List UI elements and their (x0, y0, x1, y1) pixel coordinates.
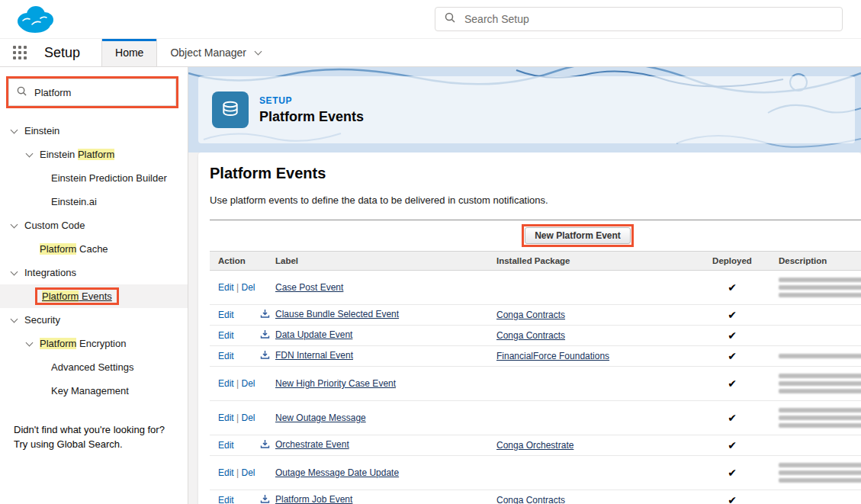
del-link[interactable]: Del (241, 282, 255, 293)
global-search-input[interactable] (463, 12, 833, 26)
event-label-link[interactable]: Platform Job Event (275, 494, 352, 504)
event-label-link[interactable]: Orchestrate Event (275, 439, 349, 450)
sidebar-item-platform-cache[interactable]: Platform Cache (0, 237, 188, 261)
quickfind-box[interactable] (8, 79, 176, 106)
platform-events-card: Platform Events Use platform events to d… (198, 152, 861, 504)
sidebar-item-key-management[interactable]: Key Management (0, 379, 188, 403)
package-link[interactable]: Conga Contracts (496, 495, 565, 504)
deployed-check-icon: ✔ (728, 412, 737, 424)
sidebar-item-label: Advanced Settings (51, 361, 133, 373)
event-label-link[interactable]: Case Post Event (275, 282, 343, 293)
sidebar-item-einstein-platform[interactable]: Einstein Platform (0, 143, 188, 166)
new-platform-event-button[interactable]: New Platform Event (525, 227, 631, 244)
search-term-highlight: Platform (42, 291, 79, 302)
event-label-link[interactable]: Clause Bundle Selected Event (275, 309, 399, 319)
app-title: Setup (35, 39, 101, 66)
chevron-down-icon[interactable] (9, 268, 20, 278)
quickfind-input[interactable] (33, 86, 170, 99)
tab-home[interactable]: Home (101, 39, 157, 66)
global-header (0, 0, 861, 38)
edit-link[interactable]: Edit (218, 310, 234, 320)
table-row: Edit | DelNew Outage Message✔ (210, 401, 861, 435)
del-link[interactable]: Del (241, 467, 255, 478)
sidebar-item-einstein[interactable]: Einstein (0, 119, 188, 143)
redacted-text (779, 293, 861, 297)
edit-link[interactable]: Edit (218, 282, 234, 293)
chevron-down-icon[interactable] (9, 315, 20, 326)
redacted-text (779, 463, 861, 467)
edit-link[interactable]: Edit (218, 467, 234, 478)
search-term-highlight: Platform (40, 243, 76, 255)
deployed-check-icon: ✔ (728, 281, 737, 294)
description-cell (770, 435, 861, 456)
package-link[interactable]: Conga Orchestrate (496, 440, 573, 451)
sidebar-item-label: Platform Events (35, 287, 119, 305)
package-link[interactable]: Conga Contracts (496, 330, 565, 341)
sidebar-item-einstein-prediction-builder[interactable]: Einstein Prediction Builder (0, 166, 188, 190)
package-install-icon (260, 309, 270, 321)
redacted-text (779, 381, 861, 386)
sidebar-item-integrations[interactable]: Integrations (0, 261, 188, 284)
chevron-down-icon[interactable] (9, 126, 20, 136)
section-title: Platform Events (210, 165, 861, 182)
edit-link[interactable]: Edit (218, 413, 234, 423)
tab-object-manager[interactable]: Object Manager (157, 39, 277, 66)
page-title: Platform Events (259, 109, 364, 125)
chevron-down-icon[interactable] (24, 339, 35, 349)
redacted-text (779, 354, 861, 358)
events-list: New Platform Event Action Label Installe… (210, 220, 861, 504)
table-row: EditFDN Internal EventFinancialForce Fou… (210, 346, 861, 367)
quickfind-annotation-box (6, 76, 178, 108)
app-launcher-icon[interactable] (5, 39, 35, 66)
redacted-text (779, 374, 861, 378)
sidebar-item-platform-encryption[interactable]: Platform Encryption (0, 332, 188, 355)
global-search-box[interactable] (435, 7, 843, 31)
sidebar-item-label: Security (24, 314, 60, 326)
redacted-text (779, 423, 861, 428)
table-row: Edit | DelNew High Priority Case Event✔ (210, 367, 861, 401)
event-label-link[interactable]: New Outage Message (275, 413, 366, 423)
column-header-action: Action (210, 252, 267, 271)
main-content: SETUP Platform Events Platform Events Us… (188, 67, 861, 504)
edit-link[interactable]: Edit (218, 495, 234, 504)
setup-nav-tree: EinsteinEinstein PlatformEinstein Predic… (0, 119, 188, 403)
edit-link[interactable]: Edit (218, 440, 234, 451)
sidebar-item-security[interactable]: Security (0, 308, 188, 332)
redacted-text (779, 470, 861, 475)
event-label-link[interactable]: FDN Internal Event (275, 350, 353, 361)
table-row: EditData Update EventConga Contracts✔ (210, 326, 861, 346)
edit-link[interactable]: Edit (218, 330, 234, 341)
del-link[interactable]: Del (241, 378, 255, 389)
table-row: EditPlatform Job EventConga Contracts✔ (210, 490, 861, 504)
redacted-text (779, 278, 861, 282)
package-link[interactable]: Conga Contracts (496, 310, 565, 320)
chevron-down-icon[interactable] (9, 220, 20, 231)
del-link[interactable]: Del (241, 413, 255, 423)
chevron-down-icon[interactable] (24, 149, 35, 160)
description-cell (770, 490, 861, 504)
package-install-icon (260, 494, 270, 504)
list-toolbar: New Platform Event (210, 220, 861, 251)
sidebar-item-custom-code[interactable]: Custom Code (0, 213, 188, 237)
event-label-link[interactable]: New High Priority Case Event (275, 378, 396, 389)
package-link[interactable]: FinancialForce Foundations (496, 351, 609, 361)
sidebar-item-einstein-ai[interactable]: Einstein.ai (0, 190, 188, 213)
sidebar-item-label: Integrations (24, 267, 76, 278)
redacted-text (779, 389, 861, 393)
column-header-description: Description (770, 252, 861, 271)
edit-link[interactable]: Edit (218, 378, 234, 389)
sidebar-item-platform-events[interactable]: Platform Events (0, 284, 188, 308)
event-label-link[interactable]: Outage Message Date Update (275, 467, 399, 478)
sidebar-item-advanced-settings[interactable]: Advanced Settings (0, 355, 188, 379)
description-cell (770, 401, 861, 435)
event-label-link[interactable]: Data Update Event (275, 329, 352, 340)
redacted-text (779, 408, 861, 413)
deployed-check-icon: ✔ (728, 329, 737, 342)
setup-eyebrow: SETUP (259, 95, 364, 106)
edit-link[interactable]: Edit (218, 351, 234, 361)
package-install-icon (260, 439, 270, 451)
sidebar-item-label: Platform Encryption (40, 338, 126, 349)
new-button-annotation-box: New Platform Event (522, 224, 634, 247)
deployed-check-icon: ✔ (728, 467, 737, 479)
sidebar-item-label: Einstein (24, 125, 59, 136)
